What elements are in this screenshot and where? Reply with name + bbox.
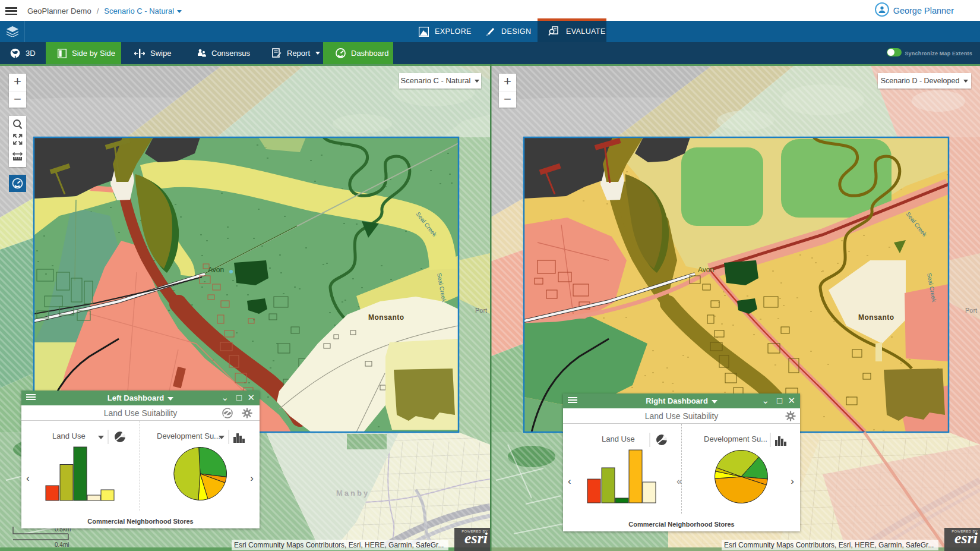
svg-text:0.4mi: 0.4mi [55,541,69,548]
svg-text:Monsanto: Monsanto [858,313,894,322]
svg-text:Monsanto: Monsanto [368,313,404,322]
svg-text:Avon: Avon [698,266,714,274]
svg-text:Avon: Avon [208,266,224,274]
